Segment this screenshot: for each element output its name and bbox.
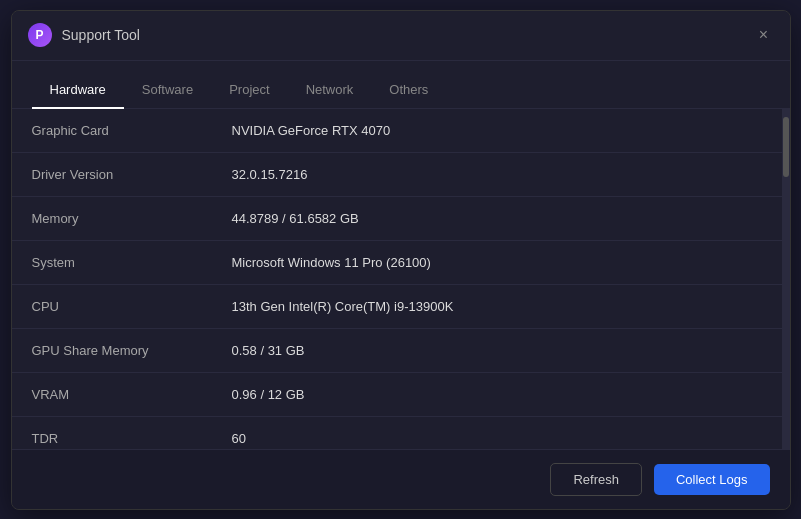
footer: Refresh Collect Logs bbox=[12, 449, 790, 509]
hardware-table-container[interactable]: Graphic CardNVIDIA GeForce RTX 4070Drive… bbox=[12, 109, 782, 449]
window-title: Support Tool bbox=[62, 27, 754, 43]
table-row: Memory44.8789 / 61.6582 GB bbox=[12, 196, 782, 240]
row-value: 44.8789 / 61.6582 GB bbox=[212, 196, 782, 240]
row-key: Driver Version bbox=[12, 152, 212, 196]
scrollbar-track bbox=[782, 109, 790, 449]
tab-hardware[interactable]: Hardware bbox=[32, 72, 124, 109]
row-key: System bbox=[12, 240, 212, 284]
row-value: Microsoft Windows 11 Pro (26100) bbox=[212, 240, 782, 284]
table-row: VRAM0.96 / 12 GB bbox=[12, 372, 782, 416]
row-value: 60 bbox=[212, 416, 782, 449]
table-row: SystemMicrosoft Windows 11 Pro (26100) bbox=[12, 240, 782, 284]
table-row: Driver Version32.0.15.7216 bbox=[12, 152, 782, 196]
table-row: CPU13th Gen Intel(R) Core(TM) i9-13900K bbox=[12, 284, 782, 328]
tab-others[interactable]: Others bbox=[371, 72, 446, 109]
row-key: VRAM bbox=[12, 372, 212, 416]
collect-logs-button[interactable]: Collect Logs bbox=[654, 464, 770, 495]
row-key: CPU bbox=[12, 284, 212, 328]
table-row: Graphic CardNVIDIA GeForce RTX 4070 bbox=[12, 109, 782, 153]
row-key: GPU Share Memory bbox=[12, 328, 212, 372]
row-key: Graphic Card bbox=[12, 109, 212, 153]
scrollbar-thumb[interactable] bbox=[783, 117, 789, 177]
row-key: TDR bbox=[12, 416, 212, 449]
row-value: NVIDIA GeForce RTX 4070 bbox=[212, 109, 782, 153]
tab-project[interactable]: Project bbox=[211, 72, 287, 109]
main-window: P Support Tool × Hardware Software Proje… bbox=[11, 10, 791, 510]
row-value: 32.0.15.7216 bbox=[212, 152, 782, 196]
title-bar: P Support Tool × bbox=[12, 11, 790, 61]
row-value: 13th Gen Intel(R) Core(TM) i9-13900K bbox=[212, 284, 782, 328]
row-key: Memory bbox=[12, 196, 212, 240]
tab-software[interactable]: Software bbox=[124, 72, 211, 109]
table-row: TDR60 bbox=[12, 416, 782, 449]
row-value: 0.96 / 12 GB bbox=[212, 372, 782, 416]
tabs-bar: Hardware Software Project Network Others bbox=[12, 61, 790, 109]
refresh-button[interactable]: Refresh bbox=[550, 463, 642, 496]
content-area: Graphic CardNVIDIA GeForce RTX 4070Drive… bbox=[12, 109, 790, 449]
hardware-table: Graphic CardNVIDIA GeForce RTX 4070Drive… bbox=[12, 109, 782, 449]
app-logo-icon: P bbox=[28, 23, 52, 47]
row-value: 0.58 / 31 GB bbox=[212, 328, 782, 372]
close-button[interactable]: × bbox=[754, 25, 774, 45]
table-row: GPU Share Memory0.58 / 31 GB bbox=[12, 328, 782, 372]
tab-network[interactable]: Network bbox=[288, 72, 372, 109]
